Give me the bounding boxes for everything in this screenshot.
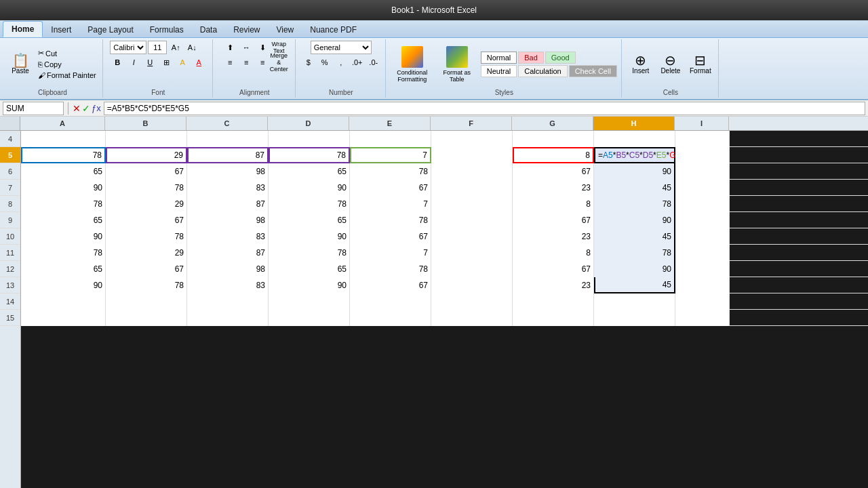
formula-input[interactable] bbox=[104, 102, 865, 115]
cell-d5[interactable]: 78 bbox=[269, 147, 350, 163]
cell-c14[interactable] bbox=[187, 293, 269, 310]
cell-h5[interactable]: =A5*B5*C5*D5*E5*G5 bbox=[594, 147, 675, 163]
row-num-6[interactable]: 6 bbox=[0, 163, 20, 180]
cell-b15[interactable] bbox=[106, 310, 187, 326]
cell-b5[interactable]: 29 bbox=[106, 147, 187, 163]
cell-f4[interactable] bbox=[431, 131, 513, 147]
cut-button[interactable]: ✂ Cut bbox=[36, 48, 98, 58]
cell-a7[interactable]: 90 bbox=[21, 180, 106, 196]
conditional-formatting-button[interactable]: Conditional Formatting bbox=[391, 44, 433, 85]
cell-a8[interactable]: 78 bbox=[21, 196, 106, 212]
tab-view[interactable]: View bbox=[268, 22, 302, 37]
format-button[interactable]: ⊟ Format bbox=[687, 52, 714, 76]
cell-c12[interactable]: 98 bbox=[187, 261, 269, 277]
cell-c9[interactable]: 98 bbox=[187, 212, 269, 228]
cell-e14[interactable] bbox=[350, 293, 431, 310]
tab-page-layout[interactable]: Page Layout bbox=[79, 22, 141, 37]
cell-i14[interactable] bbox=[675, 293, 730, 310]
cell-g9[interactable]: 67 bbox=[513, 212, 594, 228]
border-button[interactable]: ⊞ bbox=[159, 56, 174, 69]
cell-g8[interactable]: 8 bbox=[513, 196, 594, 212]
cell-e13[interactable]: 67 bbox=[350, 277, 431, 293]
cell-g6[interactable]: 67 bbox=[513, 163, 594, 180]
cell-c10[interactable]: 83 bbox=[187, 228, 269, 245]
cell-c11[interactable]: 87 bbox=[187, 245, 269, 261]
cell-b12[interactable]: 67 bbox=[106, 261, 187, 277]
cell-f8[interactable] bbox=[431, 196, 513, 212]
row-num-7[interactable]: 7 bbox=[0, 180, 20, 196]
cell-d11[interactable]: 78 bbox=[269, 245, 350, 261]
font-name-select[interactable]: Calibri bbox=[110, 41, 146, 54]
row-num-15[interactable]: 15 bbox=[0, 310, 20, 326]
font-size-input[interactable] bbox=[148, 41, 167, 54]
cell-e12[interactable]: 78 bbox=[350, 261, 431, 277]
align-middle-button[interactable]: ↔ bbox=[239, 41, 254, 54]
style-check-cell[interactable]: Check Cell bbox=[569, 65, 617, 77]
cell-b7[interactable]: 78 bbox=[106, 180, 187, 196]
col-header-i[interactable]: I bbox=[675, 117, 729, 130]
col-header-e[interactable]: E bbox=[349, 117, 431, 130]
cell-a10[interactable]: 90 bbox=[21, 228, 106, 245]
format-painter-button[interactable]: 🖌 Format Painter bbox=[36, 70, 98, 80]
cell-d8[interactable]: 78 bbox=[269, 196, 350, 212]
align-bottom-button[interactable]: ⬇ bbox=[255, 41, 270, 54]
cell-c15[interactable] bbox=[187, 310, 269, 326]
cell-i11[interactable] bbox=[675, 245, 730, 261]
decrease-decimal-button[interactable]: .0- bbox=[366, 56, 381, 69]
tab-data[interactable]: Data bbox=[192, 22, 225, 37]
cancel-formula-icon[interactable]: ✕ bbox=[73, 103, 81, 114]
cell-i6[interactable] bbox=[675, 163, 730, 180]
row-num-9[interactable]: 9 bbox=[0, 212, 20, 228]
col-header-c[interactable]: C bbox=[186, 117, 268, 130]
cell-e15[interactable] bbox=[350, 310, 431, 326]
cell-d14[interactable] bbox=[269, 293, 350, 310]
cell-e5[interactable]: 7 bbox=[350, 147, 431, 163]
col-header-a[interactable]: A bbox=[20, 117, 105, 130]
cell-a9[interactable]: 65 bbox=[21, 212, 106, 228]
cell-a4[interactable] bbox=[21, 131, 106, 147]
underline-button[interactable]: U bbox=[142, 56, 157, 69]
cell-i5[interactable] bbox=[675, 147, 730, 163]
cell-b13[interactable]: 78 bbox=[106, 277, 187, 293]
cell-f5[interactable] bbox=[431, 147, 513, 163]
tab-formulas[interactable]: Formulas bbox=[142, 22, 192, 37]
row-num-10[interactable]: 10 bbox=[0, 228, 20, 245]
tab-insert[interactable]: Insert bbox=[43, 22, 79, 37]
cell-g4[interactable] bbox=[513, 131, 594, 147]
cell-d15[interactable] bbox=[269, 310, 350, 326]
cell-a14[interactable] bbox=[21, 293, 106, 310]
cell-g5[interactable]: 8 bbox=[513, 147, 594, 163]
cell-g7[interactable]: 23 bbox=[513, 180, 594, 196]
align-right-button[interactable]: ≡ bbox=[255, 56, 270, 69]
col-header-g[interactable]: G bbox=[512, 117, 593, 130]
cell-e11[interactable]: 7 bbox=[350, 245, 431, 261]
cell-a5[interactable]: 78 bbox=[21, 147, 106, 163]
cell-i9[interactable] bbox=[675, 212, 730, 228]
cell-f11[interactable] bbox=[431, 245, 513, 261]
cell-g13[interactable]: 23 bbox=[513, 277, 594, 293]
cell-c13[interactable]: 83 bbox=[187, 277, 269, 293]
cell-f14[interactable] bbox=[431, 293, 513, 310]
style-neutral[interactable]: Neutral bbox=[481, 65, 517, 77]
style-good[interactable]: Good bbox=[545, 52, 576, 64]
cell-f15[interactable] bbox=[431, 310, 513, 326]
cell-g11[interactable]: 8 bbox=[513, 245, 594, 261]
cell-a11[interactable]: 78 bbox=[21, 245, 106, 261]
align-top-button[interactable]: ⬆ bbox=[222, 41, 237, 54]
row-num-11[interactable]: 11 bbox=[0, 245, 20, 261]
name-box[interactable]: SUM bbox=[3, 102, 64, 115]
col-header-d[interactable]: D bbox=[268, 117, 349, 130]
cell-c5[interactable]: 87 bbox=[187, 147, 269, 163]
style-normal[interactable]: Normal bbox=[481, 52, 517, 64]
cell-i8[interactable] bbox=[675, 196, 730, 212]
cell-b8[interactable]: 29 bbox=[106, 196, 187, 212]
decrease-font-button[interactable]: A↓ bbox=[184, 41, 199, 54]
cell-g14[interactable] bbox=[513, 293, 594, 310]
cell-f9[interactable] bbox=[431, 212, 513, 228]
cell-d10[interactable]: 90 bbox=[269, 228, 350, 245]
row-num-14[interactable]: 14 bbox=[0, 293, 20, 310]
cell-e4[interactable] bbox=[350, 131, 431, 147]
col-header-f[interactable]: F bbox=[431, 117, 512, 130]
row-num-13[interactable]: 13 bbox=[0, 277, 20, 293]
cell-e8[interactable]: 7 bbox=[350, 196, 431, 212]
